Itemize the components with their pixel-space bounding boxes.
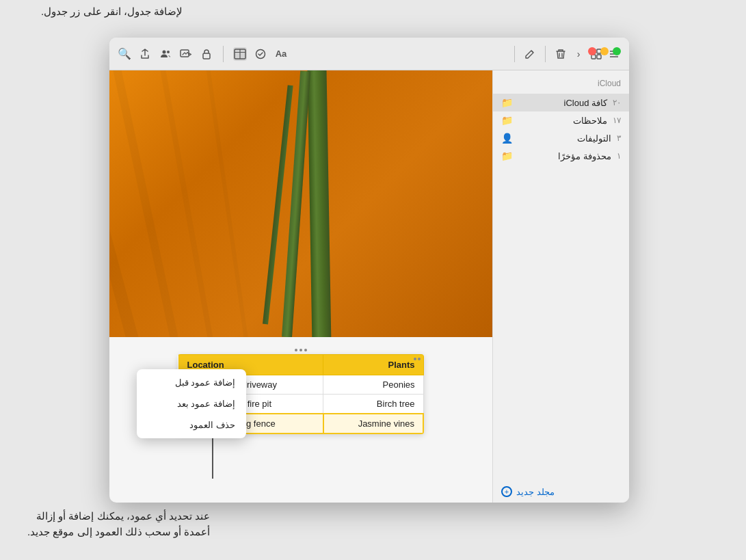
text-format-icon[interactable]: Aa [274,47,288,61]
person-icon-compositions: 👤 [501,133,513,144]
annotation-bottom: عند تحديد أي عمود، يمكنك إضافة أو إزالة … [27,509,210,539]
context-menu-item-delete[interactable]: حذف العمود [137,414,246,436]
toolbar-divider-1 [223,46,224,62]
main-stem [307,70,332,337]
annotation-line-1: عند تحديد أي عمود، يمكنك إضافة أو إزالة [27,509,210,524]
checklist-icon[interactable] [254,47,267,61]
maximize-button[interactable] [613,47,621,55]
lock-icon[interactable] [200,47,213,61]
context-menu-item-add-after[interactable]: إضافة عمود بعد [137,393,246,414]
new-folder-button[interactable]: مجلد جديد + [493,481,629,503]
chevron-forward-icon[interactable]: › [572,47,585,61]
column-handle[interactable] [414,358,421,360]
svg-point-1 [167,51,170,53]
folder-icon-notes: 📁 [501,115,513,126]
sidebar-item-notes[interactable]: ١٧ ملاحظات 📁 [493,111,629,129]
handle-dot-1 [414,358,416,360]
table-insert-icon[interactable] [233,47,247,61]
new-folder-icon: + [501,486,512,497]
sidebar-count-all: ٢٠ [613,98,621,107]
folder-icon-all: 📁 [501,97,513,108]
folder-icon-deleted: 📁 [501,150,513,161]
plants-header[interactable]: Plants [323,355,423,375]
search-icon[interactable]: 🔍 [118,47,131,61]
sidebar-header: iCloud [493,76,629,94]
plants-cell-2[interactable]: Birch tree [323,395,423,414]
media-dropdown-icon[interactable] [179,47,193,61]
table-dots [123,347,479,354]
sidebar-label-compositions: التوليفات [518,133,611,144]
context-menu-item-add-before[interactable]: إضافة عمود قبل [137,372,246,393]
close-button[interactable] [588,47,596,55]
toolbar-divider-3 [545,46,546,62]
share-icon[interactable] [138,47,152,61]
svg-rect-2 [181,50,189,57]
dot-2 [299,349,302,351]
shadow-4 [202,70,251,337]
sidebar-item-compositions[interactable]: ٣ التوليفات 👤 [493,129,629,147]
new-folder-label: مجلد جديد [516,487,555,497]
context-menu: إضافة عمود قبل إضافة عمود بعد حذف العمود [137,369,246,438]
sidebar-item-all-icloud[interactable]: ٢٠ كافة iCloud 📁 [493,94,629,111]
svg-rect-3 [203,53,210,59]
plants-cell-1[interactable]: Peonies [323,375,423,395]
toolbar: 🔍 [109,38,629,70]
plants-cell-3[interactable]: Jasmine vines [323,414,423,434]
sidebar-label-notes: ملاحظات [518,116,607,126]
annotation-top: لإضافة جدول، انقر على زر جدول. [41,5,183,18]
annotation-line-2: أعمدة أو سحب ذلك العمود إلى موقع جديد. [27,524,210,540]
handle-dot-2 [418,358,421,360]
sidebar-label-all: كافة iCloud [518,98,607,108]
toolbar-divider-2 [514,46,515,62]
svg-point-0 [163,50,166,53]
plant-photo-area [109,70,492,337]
sidebar-count-deleted: ١ [617,151,621,161]
dot-3 [304,349,307,351]
inline-edit-icon[interactable] [523,47,537,61]
toolbar-center [523,47,537,61]
sidebar-count-notes: ١٧ [613,116,621,125]
minimize-button[interactable] [600,47,609,55]
sidebar: iCloud ٢٠ كافة iCloud 📁 ١٧ ملاحظات 📁 ٣ ا… [492,70,629,503]
sidebar-label-deleted: محذوفة مؤخرًا [518,151,611,161]
toolbar-left: 🔍 [118,46,506,62]
window-buttons [588,47,621,55]
sidebar-item-recently-deleted[interactable]: ١ محذوفة مؤخرًا 📁 [493,147,629,165]
dot-1 [295,349,297,351]
delete-icon[interactable] [554,47,568,61]
sidebar-count-compositions: ٣ [617,133,621,143]
collaborate-icon[interactable] [159,47,172,61]
plant-photo [109,70,492,337]
